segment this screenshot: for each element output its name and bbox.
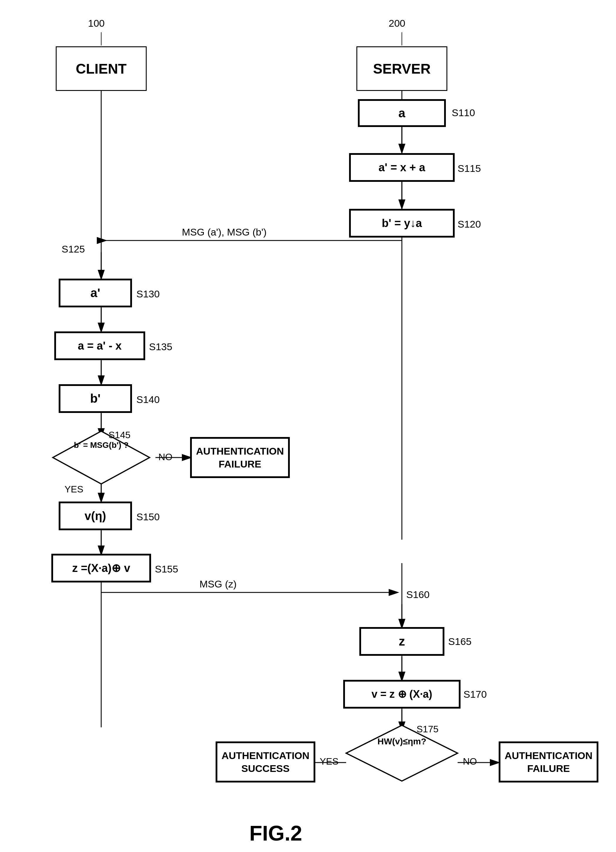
a-prime-x-box: a' = x + a (349, 153, 454, 182)
auth-fail-box-2: AUTHENTICATION FAILURE (499, 742, 598, 783)
a-box: a (358, 99, 446, 127)
b-prime-box-server: b' = y↓a (349, 209, 454, 237)
v-eta-box: v(η) (59, 502, 132, 530)
msg-arrow-label: MSG (a'), MSG (b') (182, 227, 267, 238)
flow-lines (0, 0, 616, 852)
auth-success-box: AUTHENTICATION SUCCESS (216, 742, 316, 783)
v-eq-box: v = z ⊕ (X·a) (343, 680, 460, 708)
z-box: z (359, 627, 444, 656)
s135-label: S135 (149, 341, 172, 352)
diamond-s145 (51, 430, 151, 486)
svg-marker-22 (53, 431, 149, 484)
diamond-2-text: HW(v)≤ηm? (356, 736, 447, 747)
tick-marks (0, 0, 616, 852)
s130-label: S130 (136, 288, 160, 300)
client-box: CLIENT (56, 46, 146, 91)
diamond-1-text: b' = MSG(b') ? (62, 440, 141, 450)
server-box: SERVER (356, 46, 447, 91)
s170-label: S170 (464, 689, 487, 700)
diagram: 100 200 CLIENT SERVER a S110 a' = x + a … (0, 0, 616, 852)
no2-label: NO (463, 756, 477, 767)
s120-label: S120 (457, 219, 481, 230)
s145-label: S145 (109, 430, 131, 441)
s150-label: S150 (136, 511, 160, 523)
no1-label: NO (159, 452, 172, 462)
msg-z-label: MSG (z) (199, 579, 237, 590)
z-eq-box: z =(X·a)⊕ v (51, 554, 151, 583)
fig-caption: FIG.2 (249, 821, 302, 845)
s160-label: S160 (406, 589, 429, 600)
client-num: 100 (88, 18, 105, 29)
b-prime-box-client: b' (59, 384, 132, 413)
server-num: 200 (389, 18, 405, 29)
a-eq-box: a = a' - x (54, 331, 145, 360)
a-prime-box-client: a' (59, 279, 132, 307)
s155-label: S155 (155, 563, 178, 575)
yes1-label: YES (65, 484, 83, 495)
svg-marker-23 (346, 725, 457, 781)
diamond-s175 (345, 724, 459, 784)
s125-label: S125 (62, 243, 85, 255)
auth-fail-box-1: AUTHENTICATION FAILURE (190, 437, 290, 478)
s115-label: S115 (457, 163, 481, 174)
yes2-label: YES (320, 756, 338, 767)
diamond-shape-2 (345, 724, 459, 783)
s110-label: S110 (452, 107, 475, 118)
s140-label: S140 (136, 394, 160, 405)
s165-label: S165 (448, 636, 471, 647)
diamond-shape-1 (51, 430, 151, 485)
s175-label: S175 (417, 724, 439, 735)
